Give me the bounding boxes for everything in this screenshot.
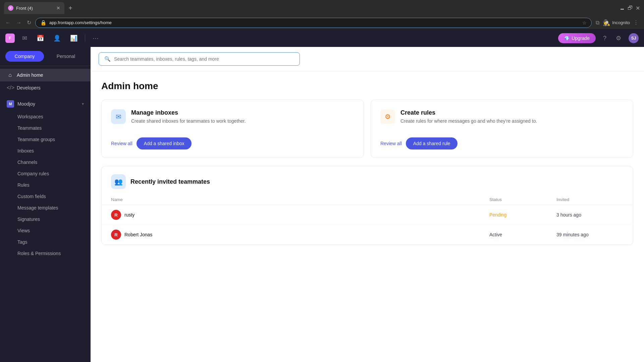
- review-all-rules-button[interactable]: Review all: [380, 141, 402, 146]
- manage-inboxes-text: Manage inboxes Create shared inboxes for…: [131, 109, 246, 125]
- col-invited-header: Invited: [556, 197, 624, 202]
- signatures-label: Signatures: [17, 217, 40, 222]
- sidebar-item-roles-permissions[interactable]: Roles & Permissions: [0, 248, 91, 259]
- review-all-inboxes-button[interactable]: Review all: [111, 141, 132, 146]
- sidebar-item-signatures[interactable]: Signatures: [0, 214, 91, 225]
- recently-invited-title: Recently invited teammates: [130, 178, 210, 185]
- manage-inboxes-card: ✉ Manage inboxes Create shared inboxes f…: [101, 100, 364, 158]
- sidebar-sub-items: Workspaces Teammates Teammate groups Inb…: [0, 111, 91, 259]
- sidebar-item-developers[interactable]: </> Developers: [0, 81, 91, 94]
- incognito-label: Incognito: [612, 20, 630, 25]
- search-icon: 🔍: [104, 56, 111, 62]
- sidebar-item-rules[interactable]: Rules: [0, 179, 91, 191]
- tab-favicon: F: [8, 5, 13, 11]
- message-templates-label: Message templates: [17, 205, 58, 210]
- table-row: R rusty Pending 3 hours ago: [102, 205, 633, 225]
- browser-tab[interactable]: F Front (4) ✕: [4, 2, 64, 14]
- sidebar-item-inboxes[interactable]: Inboxes: [0, 145, 91, 157]
- address-bar-row: ← → ↻ 🔒 app.frontapp.com/settings/home ☆…: [0, 16, 644, 29]
- tab-close-icon[interactable]: ✕: [56, 5, 60, 11]
- sidebar-item-company-rules[interactable]: Company rules: [0, 168, 91, 179]
- teammates-icon: 👥: [111, 174, 126, 189]
- personal-tab[interactable]: Personal: [47, 51, 85, 62]
- sidebar-group-moodjoy[interactable]: M Moodjoy ▾: [0, 97, 91, 111]
- minimize-icon[interactable]: 🗕: [620, 5, 625, 11]
- col-name-header: Name: [111, 197, 489, 202]
- forward-button[interactable]: →: [15, 18, 23, 27]
- inboxes-label: Inboxes: [17, 148, 34, 154]
- user-cell-robert: R Robert Jonas: [111, 230, 489, 240]
- upgrade-button[interactable]: Upgrade: [558, 33, 596, 43]
- status-robert: Active: [489, 232, 556, 237]
- address-bar[interactable]: 🔒 app.frontapp.com/settings/home ☆: [35, 18, 592, 28]
- add-shared-inbox-button[interactable]: Add a shared inbox: [137, 137, 192, 149]
- close-window-icon[interactable]: ✕: [636, 5, 640, 11]
- address-bar-icons: ☆: [582, 20, 587, 25]
- add-shared-rule-button[interactable]: Add a shared rule: [406, 137, 458, 149]
- rules-label: Rules: [17, 182, 30, 188]
- manage-inboxes-icon: ✉: [111, 109, 126, 124]
- inbox-nav-icon[interactable]: ✉: [20, 33, 29, 44]
- tab-title: Front (4): [16, 6, 54, 11]
- sidebar-item-teammates[interactable]: Teammates: [0, 122, 91, 134]
- incognito-indicator: 🕵 Incognito: [603, 19, 630, 26]
- sidebar: Company Personal ⌂ Admin home </> Develo…: [0, 47, 91, 362]
- bookmark-icon[interactable]: ☆: [582, 20, 587, 25]
- url-text: app.frontapp.com/settings/home: [49, 20, 112, 25]
- settings-icon[interactable]: ⚙: [614, 33, 623, 44]
- reload-button[interactable]: ↻: [25, 18, 33, 27]
- sidebar-tabs: Company Personal: [0, 47, 91, 66]
- sidebar-item-views[interactable]: Views: [0, 225, 91, 236]
- search-box[interactable]: 🔍: [99, 52, 300, 66]
- user-name-rusty: rusty: [124, 212, 135, 218]
- admin-home-label: Admin home: [17, 72, 43, 78]
- company-tab[interactable]: Company: [5, 51, 44, 62]
- user-name-robert: Robert Jonas: [124, 232, 152, 237]
- table-row: R Robert Jonas Active 39 minutes ago: [102, 225, 633, 245]
- page-content: Admin home ✉ Manage inboxes Create share…: [91, 71, 644, 254]
- sidebar-item-message-templates[interactable]: Message templates: [0, 202, 91, 214]
- more-nav-icon[interactable]: ⋯: [91, 33, 101, 44]
- channels-label: Channels: [17, 160, 37, 165]
- company-rules-label: Company rules: [17, 171, 49, 176]
- workspaces-label: Workspaces: [17, 114, 43, 119]
- sidebar-item-tags[interactable]: Tags: [0, 236, 91, 248]
- create-rules-title: Create rules: [400, 109, 537, 116]
- sidebar-item-teammate-groups[interactable]: Teammate groups: [0, 134, 91, 145]
- cards-row: ✉ Manage inboxes Create shared inboxes f…: [101, 100, 633, 158]
- manage-inboxes-header: ✉ Manage inboxes Create shared inboxes f…: [111, 109, 354, 125]
- recently-invited-card: 👥 Recently invited teammates Name Status…: [101, 166, 633, 245]
- custom-fields-label: Custom fields: [17, 194, 46, 199]
- search-input[interactable]: [114, 56, 294, 62]
- home-icon: ⌂: [7, 72, 13, 78]
- search-row: 🔍: [91, 47, 644, 71]
- sidebar-main-section: ⌂ Admin home </> Developers: [0, 66, 91, 97]
- toolbar-icons: ⧉ 🕵 Incognito ⋮: [594, 18, 640, 27]
- views-label: Views: [17, 228, 30, 233]
- sidebar-item-custom-fields[interactable]: Custom fields: [0, 191, 91, 202]
- page-title: Admin home: [101, 81, 633, 92]
- table-header: Name Status Invited: [102, 194, 633, 205]
- manage-inboxes-desc: Create shared inboxes for teammates to w…: [131, 118, 246, 125]
- app-logo: F: [5, 34, 15, 43]
- sidebar-item-admin-home[interactable]: ⌂ Admin home: [0, 69, 91, 81]
- sidebar-item-channels[interactable]: Channels: [0, 157, 91, 168]
- sidebar-item-workspaces[interactable]: Workspaces: [0, 111, 91, 122]
- back-button[interactable]: ←: [4, 18, 12, 27]
- invited-robert: 39 minutes ago: [556, 232, 624, 237]
- invited-rusty: 3 hours ago: [556, 212, 624, 218]
- calendar-nav-icon[interactable]: 📅: [35, 33, 46, 44]
- restore-icon[interactable]: 🗗: [628, 5, 633, 11]
- help-icon[interactable]: ?: [601, 33, 608, 44]
- contacts-nav-icon[interactable]: 👤: [51, 33, 63, 44]
- create-rules-text: Create rules Create rules for where mess…: [400, 109, 537, 125]
- analytics-nav-icon[interactable]: 📊: [68, 33, 79, 44]
- create-rules-icon: ⚙: [380, 109, 395, 124]
- avatar-rusty: R: [111, 210, 121, 220]
- nav-separator: [85, 34, 85, 42]
- user-avatar[interactable]: SJ: [629, 33, 639, 43]
- new-tab-button[interactable]: +: [68, 4, 72, 12]
- chevron-down-icon: ▾: [82, 102, 84, 106]
- menu-icon[interactable]: ⋮: [632, 18, 640, 27]
- extensions-icon[interactable]: ⧉: [594, 18, 601, 27]
